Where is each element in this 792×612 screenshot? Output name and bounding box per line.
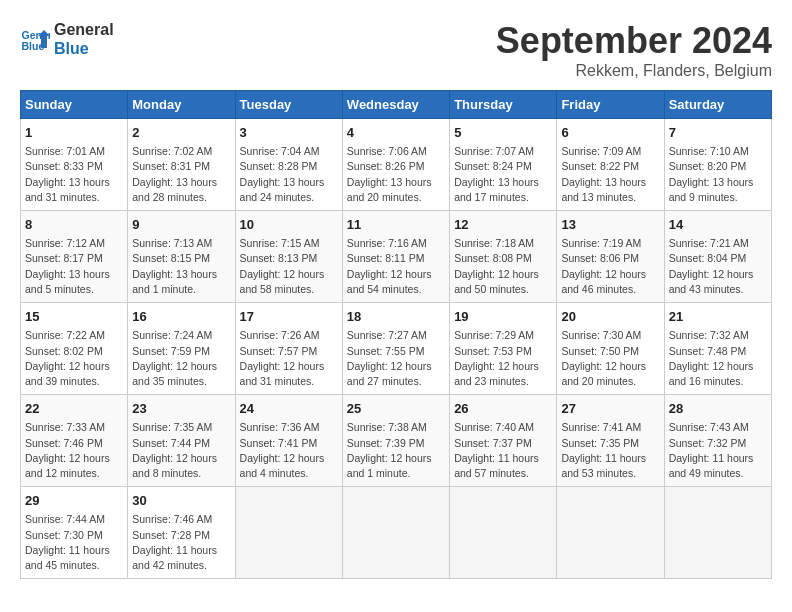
calendar-week-row: 29Sunrise: 7:44 AMSunset: 7:30 PMDayligh… (21, 487, 772, 579)
day-info: Sunrise: 7:36 AMSunset: 7:41 PMDaylight:… (240, 420, 338, 481)
day-number: 30 (132, 492, 230, 510)
month-title: September 2024 (496, 20, 772, 62)
calendar-day-cell (664, 487, 771, 579)
day-number: 5 (454, 124, 552, 142)
day-info: Sunrise: 7:12 AMSunset: 8:17 PMDaylight:… (25, 236, 123, 297)
calendar-day-cell: 6Sunrise: 7:09 AMSunset: 8:22 PMDaylight… (557, 119, 664, 211)
day-number: 16 (132, 308, 230, 326)
day-number: 23 (132, 400, 230, 418)
col-saturday: Saturday (664, 91, 771, 119)
day-info: Sunrise: 7:30 AMSunset: 7:50 PMDaylight:… (561, 328, 659, 389)
col-friday: Friday (557, 91, 664, 119)
day-info: Sunrise: 7:10 AMSunset: 8:20 PMDaylight:… (669, 144, 767, 205)
col-monday: Monday (128, 91, 235, 119)
calendar-day-cell: 26Sunrise: 7:40 AMSunset: 7:37 PMDayligh… (450, 395, 557, 487)
calendar-day-cell: 4Sunrise: 7:06 AMSunset: 8:26 PMDaylight… (342, 119, 449, 211)
logo-icon: General Blue (20, 24, 50, 54)
page-header: General Blue General Blue September 2024… (20, 20, 772, 80)
calendar-table: Sunday Monday Tuesday Wednesday Thursday… (20, 90, 772, 579)
day-info: Sunrise: 7:46 AMSunset: 7:28 PMDaylight:… (132, 512, 230, 573)
day-number: 19 (454, 308, 552, 326)
calendar-day-cell (342, 487, 449, 579)
day-info: Sunrise: 7:06 AMSunset: 8:26 PMDaylight:… (347, 144, 445, 205)
calendar-day-cell: 7Sunrise: 7:10 AMSunset: 8:20 PMDaylight… (664, 119, 771, 211)
day-info: Sunrise: 7:26 AMSunset: 7:57 PMDaylight:… (240, 328, 338, 389)
calendar-day-cell: 17Sunrise: 7:26 AMSunset: 7:57 PMDayligh… (235, 303, 342, 395)
calendar-day-cell: 8Sunrise: 7:12 AMSunset: 8:17 PMDaylight… (21, 211, 128, 303)
day-number: 14 (669, 216, 767, 234)
calendar-day-cell: 15Sunrise: 7:22 AMSunset: 8:02 PMDayligh… (21, 303, 128, 395)
calendar-day-cell: 5Sunrise: 7:07 AMSunset: 8:24 PMDaylight… (450, 119, 557, 211)
day-info: Sunrise: 7:04 AMSunset: 8:28 PMDaylight:… (240, 144, 338, 205)
col-wednesday: Wednesday (342, 91, 449, 119)
day-info: Sunrise: 7:21 AMSunset: 8:04 PMDaylight:… (669, 236, 767, 297)
calendar-day-cell: 2Sunrise: 7:02 AMSunset: 8:31 PMDaylight… (128, 119, 235, 211)
col-tuesday: Tuesday (235, 91, 342, 119)
day-number: 10 (240, 216, 338, 234)
day-info: Sunrise: 7:02 AMSunset: 8:31 PMDaylight:… (132, 144, 230, 205)
day-info: Sunrise: 7:16 AMSunset: 8:11 PMDaylight:… (347, 236, 445, 297)
day-info: Sunrise: 7:27 AMSunset: 7:55 PMDaylight:… (347, 328, 445, 389)
day-number: 29 (25, 492, 123, 510)
calendar-week-row: 15Sunrise: 7:22 AMSunset: 8:02 PMDayligh… (21, 303, 772, 395)
day-number: 25 (347, 400, 445, 418)
day-number: 12 (454, 216, 552, 234)
logo-text-general: General (54, 20, 114, 39)
day-info: Sunrise: 7:19 AMSunset: 8:06 PMDaylight:… (561, 236, 659, 297)
title-section: September 2024 Rekkem, Flanders, Belgium (496, 20, 772, 80)
calendar-day-cell (557, 487, 664, 579)
day-number: 3 (240, 124, 338, 142)
calendar-header: Sunday Monday Tuesday Wednesday Thursday… (21, 91, 772, 119)
days-of-week-row: Sunday Monday Tuesday Wednesday Thursday… (21, 91, 772, 119)
day-info: Sunrise: 7:44 AMSunset: 7:30 PMDaylight:… (25, 512, 123, 573)
calendar-day-cell (450, 487, 557, 579)
calendar-day-cell: 22Sunrise: 7:33 AMSunset: 7:46 PMDayligh… (21, 395, 128, 487)
day-number: 2 (132, 124, 230, 142)
calendar-day-cell: 27Sunrise: 7:41 AMSunset: 7:35 PMDayligh… (557, 395, 664, 487)
calendar-day-cell: 23Sunrise: 7:35 AMSunset: 7:44 PMDayligh… (128, 395, 235, 487)
calendar-week-row: 8Sunrise: 7:12 AMSunset: 8:17 PMDaylight… (21, 211, 772, 303)
day-number: 13 (561, 216, 659, 234)
col-sunday: Sunday (21, 91, 128, 119)
calendar-day-cell: 21Sunrise: 7:32 AMSunset: 7:48 PMDayligh… (664, 303, 771, 395)
day-info: Sunrise: 7:38 AMSunset: 7:39 PMDaylight:… (347, 420, 445, 481)
day-info: Sunrise: 7:13 AMSunset: 8:15 PMDaylight:… (132, 236, 230, 297)
calendar-week-row: 22Sunrise: 7:33 AMSunset: 7:46 PMDayligh… (21, 395, 772, 487)
calendar-week-row: 1Sunrise: 7:01 AMSunset: 8:33 PMDaylight… (21, 119, 772, 211)
svg-text:Blue: Blue (22, 40, 45, 52)
day-number: 20 (561, 308, 659, 326)
day-info: Sunrise: 7:07 AMSunset: 8:24 PMDaylight:… (454, 144, 552, 205)
day-info: Sunrise: 7:33 AMSunset: 7:46 PMDaylight:… (25, 420, 123, 481)
calendar-day-cell: 19Sunrise: 7:29 AMSunset: 7:53 PMDayligh… (450, 303, 557, 395)
day-number: 17 (240, 308, 338, 326)
day-number: 26 (454, 400, 552, 418)
calendar-day-cell: 12Sunrise: 7:18 AMSunset: 8:08 PMDayligh… (450, 211, 557, 303)
calendar-body: 1Sunrise: 7:01 AMSunset: 8:33 PMDaylight… (21, 119, 772, 579)
day-info: Sunrise: 7:29 AMSunset: 7:53 PMDaylight:… (454, 328, 552, 389)
calendar-day-cell: 14Sunrise: 7:21 AMSunset: 8:04 PMDayligh… (664, 211, 771, 303)
day-number: 15 (25, 308, 123, 326)
day-number: 21 (669, 308, 767, 326)
day-number: 11 (347, 216, 445, 234)
day-number: 6 (561, 124, 659, 142)
calendar-day-cell: 29Sunrise: 7:44 AMSunset: 7:30 PMDayligh… (21, 487, 128, 579)
day-info: Sunrise: 7:43 AMSunset: 7:32 PMDaylight:… (669, 420, 767, 481)
day-number: 1 (25, 124, 123, 142)
day-info: Sunrise: 7:01 AMSunset: 8:33 PMDaylight:… (25, 144, 123, 205)
day-number: 22 (25, 400, 123, 418)
calendar-day-cell: 9Sunrise: 7:13 AMSunset: 8:15 PMDaylight… (128, 211, 235, 303)
calendar-day-cell: 16Sunrise: 7:24 AMSunset: 7:59 PMDayligh… (128, 303, 235, 395)
day-number: 8 (25, 216, 123, 234)
day-info: Sunrise: 7:32 AMSunset: 7:48 PMDaylight:… (669, 328, 767, 389)
calendar-day-cell: 28Sunrise: 7:43 AMSunset: 7:32 PMDayligh… (664, 395, 771, 487)
calendar-day-cell (235, 487, 342, 579)
calendar-day-cell: 24Sunrise: 7:36 AMSunset: 7:41 PMDayligh… (235, 395, 342, 487)
day-number: 18 (347, 308, 445, 326)
calendar-day-cell: 10Sunrise: 7:15 AMSunset: 8:13 PMDayligh… (235, 211, 342, 303)
logo: General Blue General Blue (20, 20, 114, 58)
day-number: 7 (669, 124, 767, 142)
day-number: 27 (561, 400, 659, 418)
day-number: 24 (240, 400, 338, 418)
calendar-day-cell: 18Sunrise: 7:27 AMSunset: 7:55 PMDayligh… (342, 303, 449, 395)
day-number: 28 (669, 400, 767, 418)
